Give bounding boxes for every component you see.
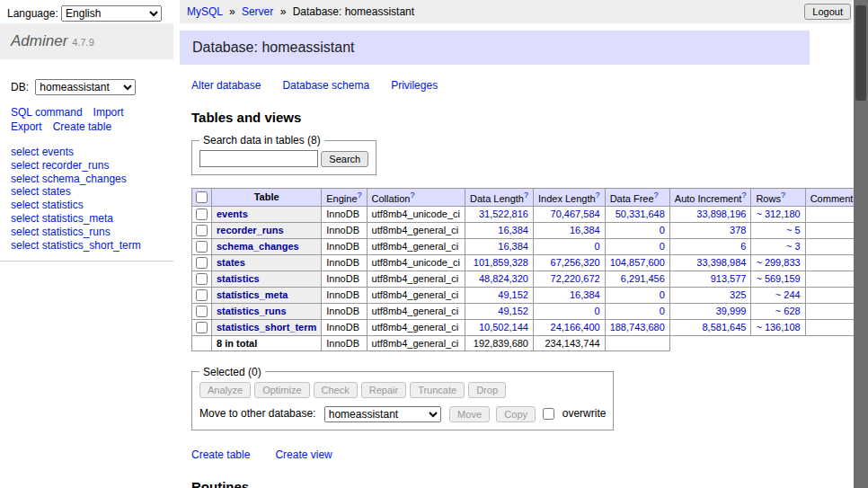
table-name-link[interactable]: states bbox=[217, 257, 245, 268]
sidebar-table-link[interactable]: select events bbox=[11, 146, 163, 159]
search-button[interactable]: Search bbox=[321, 151, 368, 167]
sidebar-table-link[interactable]: select statistics_short_term bbox=[11, 239, 163, 253]
sidebar-table-link[interactable]: select recorder_runs bbox=[11, 159, 163, 173]
overwrite-checkbox[interactable] bbox=[543, 408, 554, 420]
bulk-action-button[interactable]: Analyze bbox=[199, 382, 251, 398]
table-name-link[interactable]: schema_changes bbox=[217, 241, 299, 252]
sidebar-table-link[interactable]: select statistics_meta bbox=[11, 212, 163, 226]
scrollbar-thumb[interactable] bbox=[855, 5, 866, 101]
table-name-link[interactable]: events bbox=[217, 209, 248, 219]
table-name-link[interactable]: recorder_runs bbox=[217, 225, 284, 235]
bulk-action-button[interactable]: Optimize bbox=[254, 382, 309, 398]
auto-increment-cell: 325 bbox=[669, 287, 751, 303]
total-data-free-cell bbox=[605, 335, 669, 350]
help-link[interactable]: ? bbox=[781, 191, 785, 200]
index-length-cell: 0 bbox=[533, 303, 605, 319]
column-header: Index Length? bbox=[533, 189, 605, 207]
row-checkbox[interactable] bbox=[196, 225, 208, 236]
bulk-actions-row: AnalyzeOptimizeCheckRepairTruncateDrop bbox=[199, 382, 606, 398]
help-link[interactable]: ? bbox=[654, 191, 659, 200]
logout-button[interactable]: Logout bbox=[804, 4, 851, 20]
sidebar-action-link[interactable]: SQL command bbox=[11, 106, 83, 119]
bulk-action-button[interactable]: Repair bbox=[361, 382, 406, 398]
create-link[interactable]: Create table bbox=[191, 448, 250, 461]
auto-increment-cell: 33,398,984 bbox=[669, 254, 751, 271]
auto-increment-cell: 6 bbox=[669, 238, 751, 254]
data-length-cell: 48,824,320 bbox=[465, 271, 534, 287]
main-content: Database: homeassistant Alter databaseDa… bbox=[180, 23, 810, 488]
search-input[interactable] bbox=[199, 150, 318, 167]
bulk-action-button[interactable]: Drop bbox=[468, 382, 506, 398]
engine-cell: InnoDB bbox=[322, 287, 367, 303]
table-row: recorder_runsInnoDButf8mb4_general_ci16,… bbox=[192, 222, 863, 238]
row-checkbox[interactable] bbox=[196, 273, 208, 285]
select-all-checkbox[interactable] bbox=[196, 191, 208, 203]
db-nav-link[interactable]: Privileges bbox=[391, 79, 438, 92]
table-name-cell: schema_changes bbox=[212, 238, 322, 254]
table-name-link[interactable]: statistics_meta bbox=[217, 289, 288, 300]
engine-cell: InnoDB bbox=[322, 238, 367, 254]
help-link[interactable]: ? bbox=[410, 191, 414, 200]
total-engine-cell: InnoDB bbox=[322, 335, 367, 350]
help-link[interactable]: ? bbox=[741, 191, 746, 200]
sidebar: Adminer4.7.9 DB: homeassistant SQL comma… bbox=[0, 23, 173, 262]
row-checkbox[interactable] bbox=[196, 289, 208, 301]
data-length-cell: 16,384 bbox=[465, 222, 534, 238]
table-name-link[interactable]: statistics_short_term bbox=[217, 322, 316, 333]
bulk-action-button[interactable]: Truncate bbox=[410, 382, 465, 398]
overwrite-label[interactable]: overwrite bbox=[562, 407, 607, 420]
breadcrumb-link-server[interactable]: Server bbox=[242, 5, 273, 18]
sidebar-table-link[interactable]: select schema_changes bbox=[11, 173, 163, 186]
table-row: eventsInnoDButf8mb4_unicode_ci31,522,816… bbox=[192, 206, 863, 222]
data-free-cell: 0 bbox=[605, 303, 669, 319]
move-db-select[interactable]: homeassistant bbox=[324, 406, 441, 422]
row-checkbox[interactable] bbox=[196, 209, 208, 220]
row-checkbox-cell bbox=[192, 238, 212, 254]
data-length-cell: 49,152 bbox=[465, 303, 534, 319]
bulk-action-button[interactable]: Check bbox=[314, 382, 358, 398]
sidebar-action-link[interactable]: Create table bbox=[53, 120, 111, 133]
create-link[interactable]: Create view bbox=[275, 448, 332, 461]
collation-cell: utf8mb4_general_ci bbox=[367, 303, 465, 319]
db-label: DB: bbox=[11, 81, 29, 93]
help-link[interactable]: ? bbox=[358, 191, 362, 200]
row-checkbox[interactable] bbox=[196, 257, 208, 269]
move-button[interactable]: Move bbox=[449, 406, 490, 422]
row-checkbox[interactable] bbox=[196, 306, 208, 317]
rows-cell: ~ 299,833 bbox=[751, 254, 805, 271]
help-link[interactable]: ? bbox=[524, 191, 528, 200]
language-bar: Language: English bbox=[7, 5, 162, 22]
total-label-cell: 8 in total bbox=[212, 335, 322, 350]
help-link[interactable]: ? bbox=[596, 191, 600, 200]
routines-section-title: Routines bbox=[191, 479, 810, 488]
row-checkbox-cell bbox=[192, 271, 212, 287]
row-checkbox[interactable] bbox=[196, 322, 208, 333]
app-logo: Adminer4.7.9 bbox=[0, 23, 173, 59]
breadcrumb-separator: » bbox=[229, 5, 235, 18]
sidebar-action-link[interactable]: Export bbox=[11, 120, 42, 133]
table-name-link[interactable]: statistics_runs bbox=[217, 306, 287, 316]
collation-cell: utf8mb4_general_ci bbox=[367, 319, 465, 335]
sidebar-action-link[interactable]: Import bbox=[93, 106, 124, 119]
sidebar-table-link[interactable]: select statistics bbox=[11, 199, 163, 212]
breadcrumb-link-mysql[interactable]: MySQL bbox=[187, 5, 223, 18]
engine-cell: InnoDB bbox=[322, 206, 367, 222]
db-nav-link[interactable]: Database schema bbox=[282, 79, 369, 92]
language-select[interactable]: English bbox=[61, 5, 162, 22]
move-row: Move to other database: homeassistant Mo… bbox=[199, 406, 606, 422]
data-length-cell: 10,502,144 bbox=[465, 319, 534, 335]
table-name-link[interactable]: statistics bbox=[217, 273, 260, 284]
column-header: Auto Increment? bbox=[669, 189, 751, 207]
sidebar-table-link[interactable]: select statistics_runs bbox=[11, 226, 163, 239]
table-row: statistics_metaInnoDButf8mb4_general_ci4… bbox=[192, 287, 863, 303]
data-free-cell: 50,331,648 bbox=[605, 206, 669, 222]
row-checkbox[interactable] bbox=[196, 241, 208, 253]
tables-table-body: eventsInnoDButf8mb4_unicode_ci31,522,816… bbox=[192, 206, 863, 350]
db-nav-link[interactable]: Alter database bbox=[191, 79, 261, 92]
db-select[interactable]: homeassistant bbox=[35, 79, 136, 95]
copy-button[interactable]: Copy bbox=[496, 406, 536, 422]
page-title: Database: homeassistant bbox=[180, 31, 810, 65]
vertical-scrollbar[interactable] bbox=[854, 0, 868, 488]
database-nav-links: Alter databaseDatabase schemaPrivileges bbox=[191, 79, 810, 92]
sidebar-table-link[interactable]: select states bbox=[11, 185, 163, 199]
